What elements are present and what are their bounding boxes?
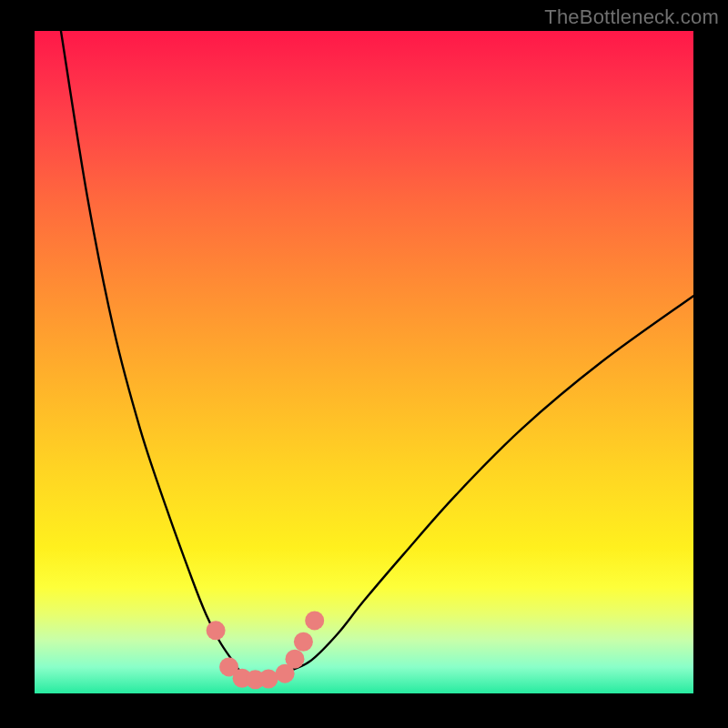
marker-point [285, 650, 304, 669]
plot-area [35, 31, 693, 693]
chart-container: TheBottleneck.com [0, 0, 728, 728]
watermark-text: TheBottleneck.com [544, 5, 719, 29]
marker-point [207, 621, 226, 640]
marker-point [305, 611, 324, 630]
marker-point [259, 669, 278, 688]
marker-point [294, 632, 313, 652]
curve-line [61, 31, 693, 681]
bottleneck-curve [35, 31, 693, 693]
